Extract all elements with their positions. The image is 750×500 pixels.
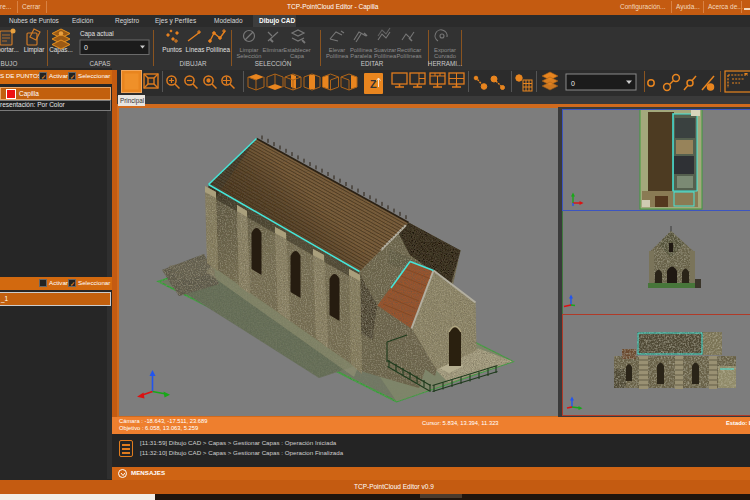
svg-text:Establecer: Establecer	[283, 47, 310, 53]
svg-text:Polílinea: Polílinea	[374, 53, 397, 59]
svg-text:Elevar: Elevar	[329, 47, 346, 53]
svg-text:0: 0	[571, 80, 575, 87]
svg-text:Polílinea: Polílinea	[326, 53, 349, 59]
svg-text:Capa actual: Capa actual	[80, 30, 114, 38]
svg-text:portar...: portar...	[0, 46, 19, 54]
svg-text:Curvado: Curvado	[434, 53, 456, 59]
svg-text:Exportar: Exportar	[434, 47, 456, 53]
svg-text:Selección: Selección	[236, 53, 261, 59]
svg-text:Limpiar: Limpiar	[24, 46, 45, 54]
svg-text:Suavizar: Suavizar	[374, 47, 397, 53]
svg-text:Paralela: Paralela	[350, 53, 372, 59]
svg-text:Líneas: Líneas	[186, 46, 205, 53]
svg-text:Capa: Capa	[290, 53, 305, 59]
svg-text:Eliminar: Eliminar	[263, 47, 284, 53]
svg-text:Polílinea: Polílinea	[206, 46, 231, 53]
svg-text:Polílineas: Polílineas	[396, 53, 421, 59]
svg-text:0: 0	[84, 44, 88, 51]
svg-text:Polílinea: Polílinea	[350, 47, 373, 53]
svg-text:Puntos: Puntos	[162, 46, 182, 53]
svg-text:Z: Z	[370, 78, 377, 90]
svg-text:Limpiar: Limpiar	[239, 47, 258, 53]
svg-text:Rectificar: Rectificar	[397, 47, 421, 53]
